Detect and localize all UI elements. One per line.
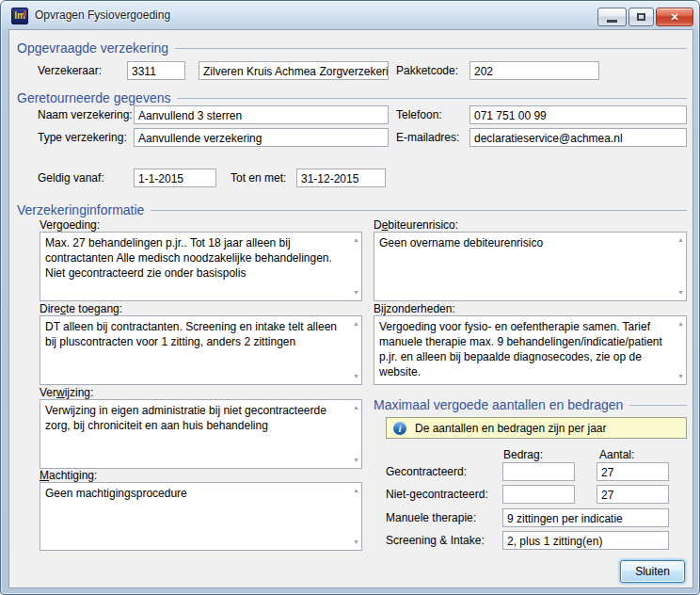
dialog-client-area: Opgevraagde verzekering Verzekeraar: 331… [8, 29, 693, 588]
manuele-therapie-label: Manuele therapie: [386, 508, 476, 527]
minimize-button[interactable] [597, 8, 627, 26]
tot-en-met-input[interactable]: 31-12-2015 [296, 169, 386, 187]
verzekeraar-code-input[interactable]: 3311 [127, 61, 185, 80]
scroll-down-icon[interactable]: ▼ [353, 373, 359, 380]
scroll-down-icon[interactable]: ▼ [677, 373, 684, 380]
geldig-vanaf-label: Geldig vanaf: [38, 169, 104, 187]
gecontracteerd-label: Gecontracteerd: [386, 462, 467, 481]
naam-verzekering-label: Naam verzekering: [38, 105, 133, 124]
scroll-up-icon[interactable]: ▲ [677, 320, 684, 328]
titlebar[interactable]: Im Opvragen Fysiovergoeding ✕ [1, 1, 699, 29]
section-title: Maximaal vergoede aantallen en bedragen [374, 397, 623, 412]
geldig-vanaf-input[interactable]: 1-1-2015 [134, 169, 216, 187]
caption-buttons: ✕ [597, 8, 693, 26]
app-icon: Im [11, 8, 28, 24]
section-title: Opgevraagde verzekering [17, 40, 168, 56]
verwijzing-textarea[interactable]: Verwijzing in eigen administratie bij ni… [40, 399, 362, 469]
tot-en-met-label: Tot en met: [231, 169, 286, 187]
niet-gecontracteerd-aantal-input[interactable]: 27 [597, 485, 669, 504]
vergoeding-textarea[interactable]: Max. 27 behandelingen p.jr.. Tot 18 jaar… [40, 232, 362, 301]
telefoon-input[interactable]: 071 751 00 99 [469, 105, 687, 124]
manuele-therapie-input[interactable]: 9 zittingen per indicatie [502, 508, 669, 527]
info-bar: i De aantallen en bedragen zijn per jaar [386, 417, 687, 439]
directe-toegang-label: Directe toegang: [40, 302, 122, 315]
type-verzekering-label: Type verzekering: [38, 128, 127, 147]
machtiging-text: Geen machtigingsprocedure [45, 487, 187, 500]
maximize-button[interactable] [628, 8, 654, 26]
pakketcode-label: Pakketcode: [396, 61, 458, 80]
gecontracteerd-aantal-input[interactable]: 27 [597, 462, 669, 481]
scroll-down-icon[interactable]: ▼ [353, 289, 359, 297]
section-header-verzekeringinformatie: Verzekeringinformatie [17, 201, 687, 218]
screening-intake-label: Screening & Intake: [386, 531, 485, 550]
gecontracteerd-bedrag-input[interactable] [502, 462, 575, 481]
close-button[interactable]: ✕ [656, 8, 693, 26]
section-header-opgevraagde-verzekering: Opgevraagde verzekering [17, 40, 687, 56]
section-title: Verzekeringinformatie [17, 202, 144, 217]
section-rule [629, 405, 687, 406]
machtiging-textarea[interactable]: Geen machtigingsprocedure ▲ ▼ [40, 482, 362, 551]
type-verzekering-input[interactable]: Aanvullende verzekering [134, 128, 389, 147]
debiteurenrisico-text: Geen overname debiteurenrisico [379, 236, 543, 249]
email-label: E-mailadres: [396, 128, 459, 147]
bedrag-column-header: Bedrag: [503, 448, 543, 461]
section-rule [177, 98, 687, 99]
scroll-up-icon[interactable]: ▲ [353, 487, 359, 494]
aantal-column-header: Aantal: [599, 448, 634, 461]
machtiging-label: Machtiging: [40, 469, 97, 482]
scroll-down-icon[interactable]: ▼ [353, 539, 359, 546]
sluiten-button[interactable]: Sluiten [620, 560, 685, 583]
vergoeding-label: Vergoeding: [40, 218, 100, 232]
scroll-up-icon[interactable]: ▲ [353, 236, 359, 244]
scroll-down-icon[interactable]: ▼ [677, 289, 684, 297]
section-header-geretourneerde-gegevens: Geretourneerde gegevens [17, 89, 687, 106]
scroll-up-icon[interactable]: ▲ [677, 236, 684, 244]
scroll-up-icon[interactable]: ▲ [353, 320, 359, 328]
maximize-icon [637, 13, 645, 21]
verwijzing-label: Verwijzing: [40, 386, 93, 399]
bijzonderheden-label: Bijzonderheden: [374, 302, 455, 315]
vergoeding-text: Max. 27 behandelingen p.jr.. Tot 18 jaar… [45, 236, 332, 280]
screening-intake-input[interactable]: 2, plus 1 zitting(en) [502, 531, 669, 550]
bijzonderheden-text: Vergoeding voor fysio- en oefentherapie … [379, 320, 662, 378]
minimize-icon [607, 20, 617, 23]
section-header-maximaal-vergoede: Maximaal vergoede aantallen en bedragen [374, 396, 687, 413]
verwijzing-text: Verwijzing in eigen administratie bij ni… [45, 404, 326, 432]
section-rule [151, 210, 687, 211]
info-icon: i [393, 422, 406, 435]
section-rule [175, 48, 687, 49]
verzekeraar-name-input[interactable]: Zilveren Kruis Achmea Zorgverzekering [199, 61, 389, 80]
verzekeraar-label: Verzekeraar: [38, 61, 102, 80]
section-title: Geretourneerde gegevens [17, 90, 170, 105]
scroll-down-icon[interactable]: ▼ [353, 457, 359, 464]
pakketcode-input[interactable]: 202 [469, 61, 599, 80]
scroll-up-icon[interactable]: ▲ [353, 404, 359, 411]
debiteurenrisico-label: Debiteurenrisico: [374, 218, 458, 232]
bijzonderheden-textarea[interactable]: Vergoeding voor fysio- en oefentherapie … [374, 315, 687, 385]
niet-gecontracteerd-bedrag-input[interactable] [502, 485, 575, 504]
dialog-window: Im Opvragen Fysiovergoeding ✕ Opgevraagd… [0, 0, 700, 595]
directe-toegang-textarea[interactable]: DT alleen bij contractanten. Screening e… [40, 315, 362, 385]
directe-toegang-text: DT alleen bij contractanten. Screening e… [45, 320, 337, 348]
info-bar-text: De aantallen en bedragen zijn per jaar [415, 422, 606, 435]
debiteurenrisico-textarea[interactable]: Geen overname debiteurenrisico ▲ ▼ [374, 232, 687, 301]
email-input[interactable]: declaratieservice@achmea.nl [469, 128, 687, 147]
naam-verzekering-input[interactable]: Aanvullend 3 sterren [134, 105, 389, 124]
close-icon: ✕ [670, 8, 678, 25]
telefoon-label: Telefoon: [396, 105, 442, 124]
window-title: Opvragen Fysiovergoeding [35, 1, 170, 29]
niet-gecontracteerd-label: Niet-gecontracteerd: [386, 485, 488, 504]
